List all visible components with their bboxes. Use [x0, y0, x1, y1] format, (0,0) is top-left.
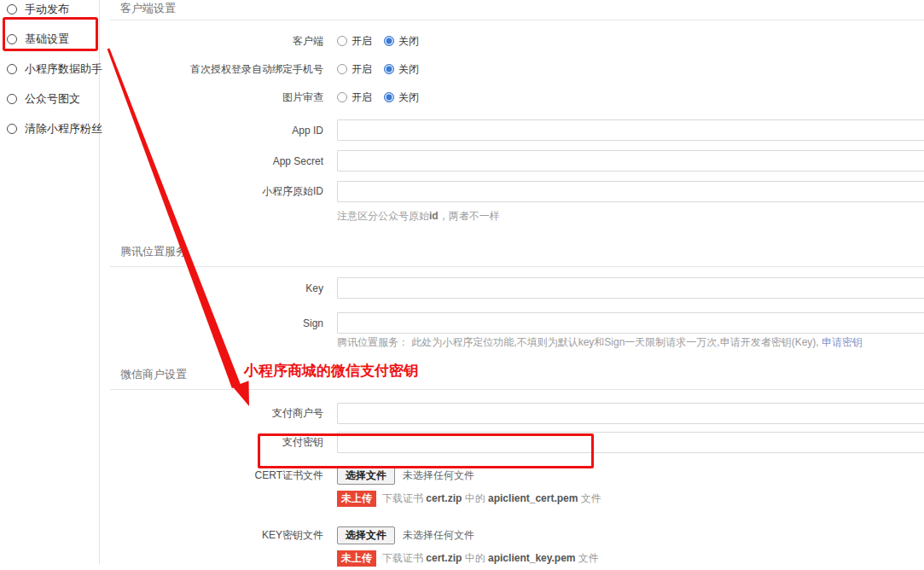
- field-label: CERT证书文件: [100, 468, 337, 483]
- radio-unchecked-icon[interactable]: [337, 64, 347, 74]
- radio-label: 开启: [352, 90, 372, 105]
- radio-option-off[interactable]: 关闭: [384, 34, 419, 49]
- merchant-id-input[interactable]: [337, 403, 924, 424]
- sidebar-item-label: 小程序数据助手: [25, 61, 102, 77]
- page: 手动发布 基础设置 小程序数据助手 公众号图文 清除小程序粉丝 客户端设置 客户…: [0, 0, 924, 570]
- sidebar-item-label: 公众号图文: [25, 91, 80, 107]
- radio-circle-icon: [7, 124, 17, 134]
- form-row-key-file: KEY密钥文件 选择文件 未选择任何文件: [100, 526, 924, 544]
- radio-option-on[interactable]: 开启: [337, 34, 372, 49]
- form-row-merchant-id: 支付商户号: [100, 403, 924, 424]
- sidebar-item-clear-miniprogram-fans[interactable]: 清除小程序粉丝: [0, 113, 99, 143]
- desc-zip: cert.zip: [426, 492, 462, 504]
- sidebar-item-miniprogram-data-assistant[interactable]: 小程序数据助手: [0, 54, 99, 84]
- not-uploaded-badge: 未上传: [337, 550, 376, 567]
- radio-circle-icon: [7, 4, 17, 15]
- form-row-app-secret: App Secret: [100, 150, 924, 172]
- field-label: 图片审查: [100, 90, 337, 105]
- radio-unchecked-icon[interactable]: [337, 36, 347, 46]
- desc-pem: apiclient_key.pem: [488, 552, 576, 564]
- field-label: 支付密钥: [100, 435, 337, 450]
- sign-hint: 腾讯位置服务： 此处为小程序定位功能,不填则为默认key和Sign一天限制请求一…: [337, 336, 924, 348]
- key-file-status: 未上传 下载证书 cert.zip 中的 apiclient_key.pem 文…: [337, 550, 924, 567]
- radio-checked-icon[interactable]: [384, 36, 394, 46]
- form-row-pay-key: 支付密钥: [100, 432, 924, 453]
- section-divider: [110, 389, 924, 390]
- radio-group-image-review: 开启 关闭: [337, 90, 419, 105]
- form-row-key: Key: [100, 277, 924, 299]
- form-row-original-id: 小程序原始ID: [100, 181, 924, 202]
- sidebar-item-official-account-articles[interactable]: 公众号图文: [0, 84, 99, 113]
- field-label: 支付商户号: [100, 406, 337, 421]
- no-file-text: 未选择任何文件: [403, 468, 474, 483]
- section-divider: [110, 20, 924, 20]
- field-label: 首次授权登录自动绑定手机号: [100, 62, 337, 77]
- section-title-wechat-merchant: 微信商户设置: [120, 368, 924, 381]
- hint-text: ，两者不一样: [439, 210, 500, 222]
- location-sign-input[interactable]: [337, 312, 924, 334]
- field-label: App Secret: [100, 155, 337, 167]
- hint-text: 注意区分公众号原始: [337, 210, 429, 222]
- radio-unchecked-icon[interactable]: [337, 92, 347, 102]
- desc-text: 文件: [578, 492, 601, 504]
- sidebar-item-label: 基础设置: [25, 32, 69, 47]
- radio-checked-icon[interactable]: [384, 64, 394, 74]
- no-file-text: 未选择任何文件: [403, 528, 474, 543]
- radio-checked-icon[interactable]: [384, 92, 394, 102]
- hint-text: 腾讯位置服务： 此处为小程序定位功能,不填则为默认key和Sign一天限制请求一…: [337, 336, 822, 348]
- field-label: App ID: [100, 125, 337, 137]
- app-secret-input[interactable]: [337, 150, 924, 172]
- field-label: KEY密钥文件: [100, 528, 337, 543]
- radio-circle-icon: [7, 94, 17, 104]
- radio-label: 开启: [352, 62, 372, 77]
- sidebar-item-manual-publish[interactable]: 手动发布: [0, 0, 99, 24]
- choose-file-button[interactable]: 选择文件: [337, 526, 395, 544]
- desc-text: 中的: [462, 552, 488, 564]
- radio-circle-icon: [7, 34, 17, 44]
- desc-text: 中的: [462, 492, 488, 504]
- field-label: 客户端: [100, 34, 337, 49]
- desc-text: 下载证书: [382, 552, 426, 564]
- radio-label: 关闭: [398, 62, 419, 77]
- radio-label: 关闭: [398, 90, 419, 105]
- radio-label: 开启: [352, 34, 372, 49]
- section-title-tencent-location: 腾讯位置服务: [120, 245, 924, 259]
- desc-text: 文件: [576, 552, 599, 564]
- radio-label: 关闭: [398, 34, 419, 49]
- sidebar-item-label: 清除小程序粉丝: [25, 121, 102, 137]
- radio-option-on[interactable]: 开启: [337, 90, 372, 105]
- file-desc: 下载证书 cert.zip 中的 apiclient_key.pem 文件: [382, 551, 599, 566]
- file-desc: 下载证书 cert.zip 中的 apiclient_cert.pem 文件: [382, 491, 601, 506]
- radio-group-bind-phone: 开启 关闭: [337, 62, 419, 77]
- location-key-input[interactable]: [337, 277, 924, 299]
- desc-text: 下载证书: [382, 492, 426, 504]
- form-row-sign: Sign: [100, 312, 924, 334]
- apply-key-link[interactable]: 申请密钥: [822, 336, 863, 348]
- desc-pem: apiclient_cert.pem: [488, 492, 578, 504]
- pay-key-input[interactable]: [337, 432, 924, 453]
- sidebar: 手动发布 基础设置 小程序数据助手 公众号图文 清除小程序粉丝: [0, 0, 100, 564]
- desc-zip: cert.zip: [426, 552, 462, 564]
- form-row-bind-phone: 首次授权登录自动绑定手机号 开启 关闭: [100, 60, 924, 79]
- original-id-input[interactable]: [337, 181, 924, 202]
- field-label: Key: [100, 282, 337, 294]
- not-uploaded-badge: 未上传: [337, 491, 376, 507]
- radio-option-on[interactable]: 开启: [337, 62, 372, 77]
- radio-option-off[interactable]: 关闭: [384, 90, 419, 105]
- radio-option-off[interactable]: 关闭: [384, 62, 419, 77]
- form-row-cert-file: CERT证书文件 选择文件 未选择任何文件: [100, 467, 924, 485]
- form-row-client: 客户端 开启 关闭: [100, 32, 924, 50]
- sidebar-item-basic-settings[interactable]: 基础设置: [0, 24, 99, 54]
- app-id-input[interactable]: [337, 119, 924, 141]
- form-row-image-review: 图片审查 开启 关闭: [100, 88, 924, 107]
- choose-file-button[interactable]: 选择文件: [337, 467, 395, 485]
- field-label: 小程序原始ID: [100, 184, 337, 199]
- main-content: 客户端设置 客户端 开启 关闭 首次授权登录自动绑定手机号 开启: [100, 0, 924, 570]
- radio-group-client: 开启 关闭: [337, 34, 419, 49]
- field-label: Sign: [100, 317, 337, 329]
- form-row-app-id: App ID: [100, 119, 924, 141]
- section-title-client-settings: 客户端设置: [120, 2, 924, 15]
- hint-bold: id: [429, 210, 439, 222]
- cert-file-status: 未上传 下载证书 cert.zip 中的 apiclient_cert.pem …: [337, 491, 924, 507]
- original-id-hint: 注意区分公众号原始id，两者不一样: [337, 210, 924, 222]
